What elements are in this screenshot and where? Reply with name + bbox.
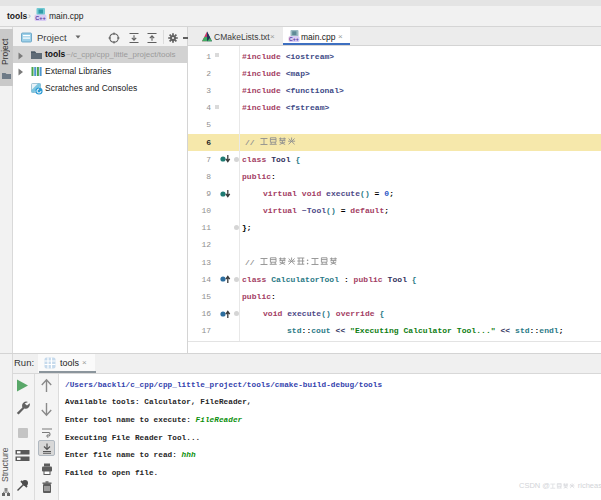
svg-text:C++: C++ bbox=[35, 15, 45, 21]
svg-text:C++: C++ bbox=[289, 36, 299, 42]
